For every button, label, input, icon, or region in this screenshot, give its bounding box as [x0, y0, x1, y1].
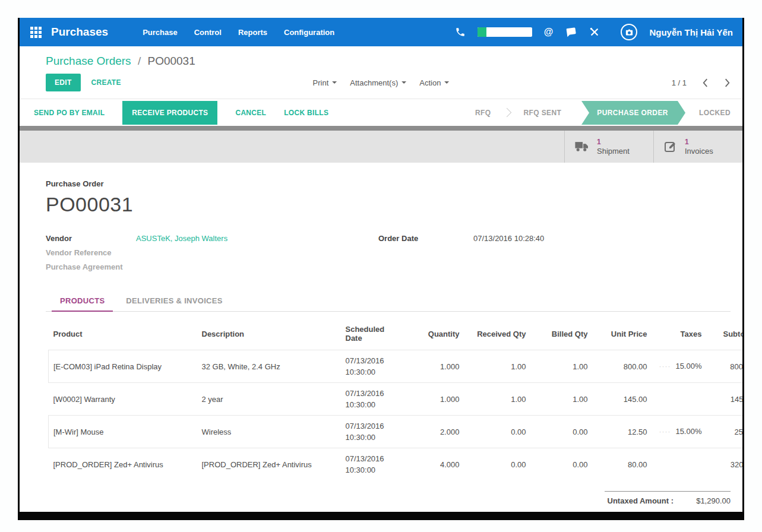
cell-product: [E-COM03] iPad Retina Display — [49, 350, 197, 383]
invoices-count: 1 — [685, 138, 713, 147]
app-window: Purchases Purchase Control Reports Confi… — [18, 18, 744, 520]
col-taxes: Taxes — [652, 320, 707, 350]
col-description: Description — [197, 320, 341, 350]
table-row[interactable]: [M-Wir] Mouse Wireless 07/13/2016 10:30:… — [49, 416, 745, 448]
table-header-row: Product Description Scheduled Date Quant… — [49, 320, 745, 350]
cell-received-qty: 1.00 — [464, 350, 531, 383]
table-row[interactable]: [W0002] Warranty 2 year 07/13/2016 10:30… — [49, 383, 745, 416]
order-lines-table: Product Description Scheduled Date Quant… — [48, 320, 744, 480]
state-locked[interactable]: LOCKED — [687, 101, 742, 125]
notebook-tabs: PRODUCTS DELIVERIES & INVOICES — [46, 290, 731, 312]
main-menu: Purchase Control Reports Configuration — [143, 28, 334, 37]
app-name[interactable]: Purchases — [51, 26, 108, 39]
user-name[interactable]: Nguyễn Thị Hải Yến — [649, 27, 733, 37]
cell-scheduled-date: 07/13/2016 10:30:00 — [341, 416, 407, 448]
menu-reports[interactable]: Reports — [238, 28, 267, 37]
invoices-label: Invoices — [685, 147, 713, 156]
untaxed-amount-value: $1,290.00 — [674, 496, 731, 505]
order-lines-table-wrap: Product Description Scheduled Date Quant… — [46, 312, 731, 480]
tools-icon[interactable] — [589, 26, 600, 38]
control-panel: EDIT CREATE Print Attachment(s) Action 1… — [20, 68, 742, 99]
truck-icon — [574, 141, 590, 153]
cell-scheduled-date: 07/13/2016 10:30:00 — [341, 383, 407, 416]
table-row[interactable]: [PROD_ORDER] Zed+ Antivirus [PROD_ORDER]… — [49, 448, 745, 481]
apps-menu-icon[interactable] — [30, 27, 42, 38]
create-button[interactable]: CREATE — [91, 78, 121, 87]
pager-next-icon[interactable] — [724, 78, 731, 88]
state-rfq[interactable]: RFQ — [463, 101, 503, 125]
phone-icon[interactable] — [455, 27, 466, 37]
invoice-edit-icon — [663, 140, 678, 154]
statusbar: SEND PO BY EMAIL RECEIVE PRODUCTS CANCEL… — [20, 99, 742, 126]
col-billed-qty: Billed Qty — [531, 320, 593, 350]
divider-strip — [20, 126, 742, 131]
cell-received-qty: 0.00 — [464, 448, 531, 481]
attachments-menu[interactable]: Attachment(s) — [350, 78, 406, 87]
smart-buttons-band: 1 Shipment 1 Invoices — [20, 131, 742, 163]
state-rfq-sent[interactable]: RFQ SENT — [511, 101, 573, 125]
vendor-link[interactable]: ASUSTeK, Joseph Walters — [136, 234, 227, 243]
cell-scheduled-date: 07/13/2016 10:30:00 — [341, 350, 407, 383]
at-icon[interactable] — [544, 27, 554, 37]
vendor-reference-value — [136, 248, 378, 257]
po-title: PO00031 — [46, 193, 731, 216]
purchase-agreement-value — [136, 262, 378, 271]
tab-products[interactable]: PRODUCTS — [52, 290, 113, 312]
table-row[interactable]: [E-COM03] iPad Retina Display 32 GB, Whi… — [49, 350, 745, 383]
col-unit-price: Unit Price — [593, 320, 652, 350]
chevron-right-icon — [502, 108, 512, 118]
col-scheduled-date: Scheduled Date — [341, 320, 407, 350]
navbar-systray: Nguyễn Thị Hải Yến — [455, 24, 733, 40]
cell-subtotal: 25.00 — [707, 416, 745, 448]
taxes-value: $123.75 — [674, 511, 731, 520]
lock-bills-button[interactable]: LOCK BILLS — [284, 109, 328, 117]
taxes-row: Taxes : $123.75 — [605, 508, 731, 520]
chat-icon[interactable] — [565, 26, 577, 38]
cell-product: [M-Wir] Mouse — [49, 416, 197, 448]
order-date-label: Order Date — [378, 234, 473, 243]
cell-taxes — [652, 383, 707, 416]
shipment-count: 1 — [597, 138, 630, 147]
shipment-smart-button[interactable]: 1 Shipment — [564, 131, 653, 163]
tab-deliveries-invoices[interactable]: DELIVERIES & INVOICES — [118, 290, 230, 312]
action-menu-label: Action — [419, 78, 441, 87]
col-received-qty: Received Qty — [464, 320, 531, 350]
action-menu[interactable]: Action — [419, 78, 449, 87]
pager-previous-icon[interactable] — [702, 78, 709, 88]
chevron-down-icon — [401, 81, 406, 84]
state-purchase-order[interactable]: PURCHASE ORDER — [581, 101, 678, 125]
screen: Purchases Purchase Control Reports Confi… — [0, 0, 762, 532]
cell-taxes: 15.00% — [652, 416, 707, 448]
print-menu[interactable]: Print — [313, 78, 337, 87]
cell-billed-qty: 0.00 — [531, 416, 593, 448]
activity-gauge[interactable] — [478, 27, 532, 37]
untaxed-amount-label: Untaxed Amount : — [608, 496, 674, 505]
breadcrumb-parent[interactable]: Purchase Orders — [46, 55, 131, 67]
invoices-smart-button[interactable]: 1 Invoices — [653, 131, 742, 163]
cell-quantity: 2.000 — [407, 416, 464, 448]
edit-button[interactable]: EDIT — [46, 74, 81, 91]
sheet-label: Purchase Order — [46, 179, 731, 188]
col-quantity: Quantity — [407, 320, 464, 350]
menu-control[interactable]: Control — [194, 28, 222, 37]
form-sheet: Purchase Order PO00031 Vendor ASUSTeK, J… — [20, 163, 742, 520]
cell-subtotal: 800.00 — [707, 350, 745, 383]
top-navbar: Purchases Purchase Control Reports Confi… — [20, 18, 742, 46]
menu-configuration[interactable]: Configuration — [284, 28, 334, 37]
form-fields: Vendor ASUSTeK, Joseph Walters Vendor Re… — [46, 234, 731, 271]
pager: 1 / 1 — [672, 78, 731, 88]
receive-products-button[interactable]: RECEIVE PRODUCTS — [122, 101, 217, 125]
cell-unit-price: 12.50 — [593, 416, 652, 448]
totals-panel: Untaxed Amount : $1,290.00 Taxes : $123.… — [605, 491, 731, 520]
user-avatar[interactable] — [621, 24, 637, 40]
purchase-agreement-label: Purchase Agreement — [46, 262, 136, 271]
menu-purchase[interactable]: Purchase — [143, 28, 178, 37]
statusbar-actions: SEND PO BY EMAIL RECEIVE PRODUCTS CANCEL… — [34, 101, 328, 125]
send-po-by-email-button[interactable]: SEND PO BY EMAIL — [34, 109, 105, 117]
cell-description: 32 GB, White, 2.4 GHz — [197, 350, 341, 383]
cancel-button[interactable]: CANCEL — [235, 109, 266, 117]
shipment-label: Shipment — [597, 147, 630, 156]
fields-left-column: Vendor ASUSTeK, Joseph Walters Vendor Re… — [46, 234, 378, 271]
cell-scheduled-date: 07/13/2016 10:30:00 — [341, 448, 407, 481]
cell-quantity: 1.000 — [407, 383, 464, 416]
